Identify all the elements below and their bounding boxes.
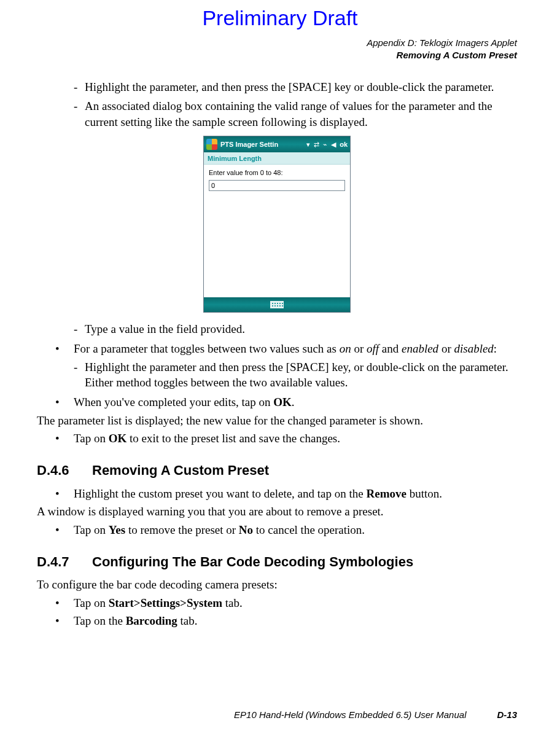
list-item: • For a parameter that toggles between t… (55, 341, 517, 357)
text-span: or (351, 342, 367, 355)
body-text: An associated dialog box containing the … (85, 98, 517, 130)
body-text: Tap on Start>Settings>System tab. (74, 595, 517, 611)
list-item: • Tap on Start>Settings>System tab. (55, 595, 517, 611)
connection-icon: ⇄ (314, 140, 319, 149)
header-line-2: Removing A Custom Preset (37, 49, 517, 61)
device-title: PTS Imager Settin (220, 140, 303, 149)
titlebar-icons: ▾ ⇄ ⌁ ◀ ok (306, 140, 348, 149)
text-span: . (292, 396, 295, 408)
body-paragraph: The parameter list is displayed; the new… (37, 413, 517, 429)
input-label: Enter value from 0 to 48: (209, 168, 345, 178)
section-number: D.4.7 (37, 553, 92, 571)
text-span: to exit to the preset list and save the … (126, 432, 340, 445)
list-item: - An associated dialog box containing th… (74, 98, 517, 130)
dash-bullet: - (74, 359, 85, 391)
header-line-1: Appendix D: Teklogix Imagers Applet (37, 37, 517, 49)
list-item: • When you've completed your edits, tap … (55, 394, 517, 410)
list-item: - Type a value in the field provided. (74, 321, 517, 337)
battery-icon: ⌁ (323, 140, 327, 149)
text-span: Tap on the (74, 614, 126, 627)
dash-bullet: - (74, 321, 85, 337)
body-text: When you've completed your edits, tap on… (74, 394, 517, 410)
ok-button[interactable]: ok (340, 140, 348, 149)
text-span: and (379, 342, 402, 355)
list-item: • Highlight the custom preset you want t… (55, 486, 517, 502)
dash-bullet: - (74, 79, 85, 95)
footer-manual-title: EP10 Hand-Held (Windows Embedded 6.5) Us… (234, 709, 466, 720)
bullet-icon: • (55, 431, 74, 447)
text-span: or (438, 342, 454, 355)
text-span: Highlight the custom preset you want to … (74, 487, 366, 500)
body-text: Tap on the Barcoding tab. (74, 613, 517, 629)
text-italic: off (367, 342, 379, 355)
body-text: Highlight the custom preset you want to … (74, 486, 517, 502)
text-bold: No (239, 523, 253, 536)
device-body: Enter value from 0 to 48: (204, 165, 350, 297)
text-span: For a parameter that toggles between two… (74, 342, 340, 355)
body-text: Tap on OK to exit to the preset list and… (74, 431, 517, 447)
section-title: Configuring The Bar Code Decoding Symbol… (92, 553, 413, 571)
device-subheader: Minimum Length (204, 152, 350, 165)
device-screenshot: PTS Imager Settin ▾ ⇄ ⌁ ◀ ok Minimum Len… (203, 136, 351, 313)
text-bold: OK (109, 432, 127, 445)
text-bold: Start>Settings>System (109, 596, 222, 609)
list-item: - Highlight the parameter and then press… (74, 359, 517, 391)
device-titlebar: PTS Imager Settin ▾ ⇄ ⌁ ◀ ok (204, 136, 350, 152)
text-italic: enabled (402, 342, 438, 355)
list-item: - Highlight the parameter, and then pres… (74, 79, 517, 95)
page-footer: EP10 Hand-Held (Windows Embedded 6.5) Us… (37, 709, 517, 720)
section-heading: D.4.6 Removing A Custom Preset (37, 461, 517, 480)
text-span: button. (406, 487, 442, 500)
bullet-icon: • (55, 394, 74, 410)
text-span: tab. (177, 614, 198, 627)
list-item: • Tap on OK to exit to the preset list a… (55, 431, 517, 447)
text-italic: on (340, 342, 351, 355)
section-title: Removing A Custom Preset (92, 461, 269, 480)
body-text: Highlight the parameter, and then press … (85, 79, 517, 95)
page-header: Appendix D: Teklogix Imagers Applet Remo… (37, 37, 517, 62)
list-item: • Tap on the Barcoding tab. (55, 613, 517, 629)
bullet-icon: • (55, 486, 74, 502)
text-span: tab. (222, 596, 243, 609)
body-text: Tap on Yes to remove the preset or No to… (74, 522, 517, 538)
page-number: D-13 (497, 709, 517, 720)
watermark-text: Preliminary Draft (0, 6, 560, 30)
keyboard-icon[interactable] (270, 301, 284, 308)
body-text: Type a value in the field provided. (85, 321, 517, 337)
bullet-icon: • (55, 613, 74, 629)
windows-logo-icon (206, 139, 217, 150)
text-bold: Barcoding (126, 614, 177, 627)
page-content: - Highlight the parameter, and then pres… (37, 79, 517, 630)
body-text: Highlight the parameter and then press t… (85, 359, 517, 391)
text-span: to remove the preset or (125, 523, 239, 536)
bullet-icon: • (55, 341, 74, 357)
section-number: D.4.6 (37, 461, 92, 480)
text-bold: Yes (109, 523, 125, 536)
bullet-icon: • (55, 595, 74, 611)
text-italic: disabled (454, 342, 493, 355)
body-paragraph: To configure the bar code decoding camer… (37, 577, 517, 593)
section-heading: D.4.7 Configuring The Bar Code Decoding … (37, 553, 517, 571)
text-span: Tap on (74, 432, 109, 445)
device-bottombar (204, 297, 350, 312)
signal-icon: ▾ (306, 140, 310, 149)
body-text: For a parameter that toggles between two… (74, 341, 517, 357)
text-bold: Remove (366, 487, 406, 500)
dash-bullet: - (74, 98, 85, 130)
text-span: to cancel the operation. (253, 523, 365, 536)
bullet-icon: • (55, 522, 74, 538)
volume-icon: ◀ (331, 140, 336, 149)
text-bold: OK (273, 396, 292, 408)
text-span: Tap on (74, 523, 109, 536)
value-input[interactable] (209, 180, 345, 191)
body-paragraph: A window is displayed warning you that y… (37, 504, 517, 520)
list-item: • Tap on Yes to remove the preset or No … (55, 522, 517, 538)
text-span: Tap on (74, 596, 109, 609)
text-span: When you've completed your edits, tap on (74, 396, 273, 408)
text-span: : (494, 342, 497, 355)
